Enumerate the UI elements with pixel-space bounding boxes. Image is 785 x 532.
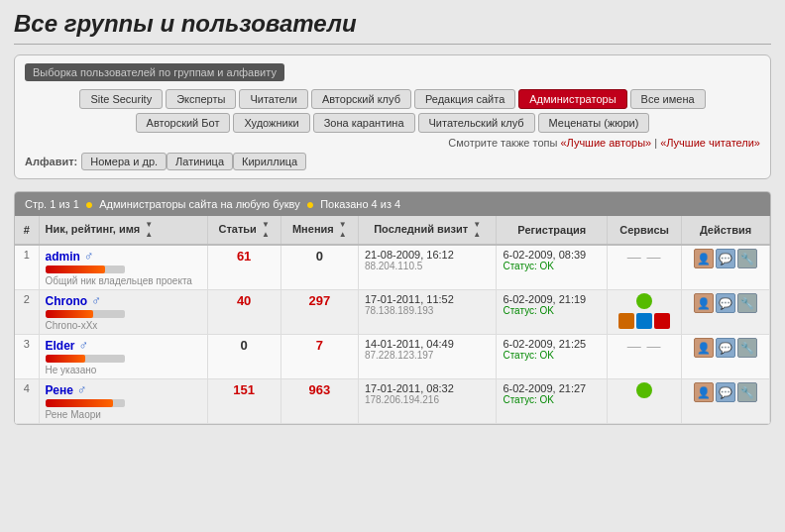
filter-tabs-row1: Site SecurityЭкспертыЧитателиАвторский к…: [25, 89, 760, 109]
action-tool-icon-1[interactable]: 🔧: [737, 293, 757, 313]
registration-1: 6-02-2009, 21:19Статус: OK: [497, 290, 608, 335]
tab-администраторы[interactable]: Администраторы: [518, 89, 626, 109]
col-articles: Статьи ▼ ▲: [207, 216, 280, 245]
tab-все-имена[interactable]: Все имена: [630, 89, 706, 109]
filter-header-sub: по группам и алфавиту: [156, 66, 277, 78]
action-tool-icon-0[interactable]: 🔧: [737, 249, 757, 268]
sort-nick-up[interactable]: ▲: [145, 230, 153, 240]
rating-bar-wrap-0: [46, 266, 125, 273]
nick-link-Elder[interactable]: Elder: [46, 339, 75, 353]
nick-cell-1: Chrono♂Chrono-xXx: [39, 290, 207, 335]
action-cluster-1: 👤 💬 🔧: [694, 293, 757, 313]
row-num-1: 1: [15, 245, 39, 290]
tab-авторский-клуб[interactable]: Авторский клуб: [311, 89, 411, 109]
service-green-icon[interactable]: [636, 293, 652, 309]
col-services: Сервисы: [608, 216, 682, 245]
tab-читатели[interactable]: Читатели: [239, 89, 308, 109]
sort-lastvisit-up[interactable]: ▲: [473, 230, 481, 240]
opinions-2: 7: [280, 335, 358, 379]
action-cluster-3: 👤 💬 🔧: [694, 382, 757, 402]
row-num-3: 3: [15, 335, 39, 379]
also-link-best-readers[interactable]: «Лучшие читатели»: [660, 137, 760, 149]
sort-lastvisit-down[interactable]: ▼: [473, 220, 481, 230]
tab-авторский-бот[interactable]: Авторский Бот: [136, 113, 231, 133]
sort-opinions[interactable]: ▼ ▲: [339, 220, 347, 240]
tab-редакция-сайта[interactable]: Редакция сайта: [414, 89, 515, 109]
row-num-2: 2: [15, 290, 39, 335]
nick-desc-2: Не указано: [46, 365, 201, 375]
table-group-info: Администраторы сайта на любую букву: [99, 198, 299, 210]
sort-articles-up[interactable]: ▲: [262, 230, 270, 240]
sort-articles-down[interactable]: ▼: [262, 220, 270, 230]
tab-художники[interactable]: Художники: [233, 113, 309, 133]
tab-читательский-клуб[interactable]: Читательский клуб: [418, 113, 535, 133]
action-chat-icon-3[interactable]: 💬: [716, 382, 735, 402]
tab-меценаты-(жюри)[interactable]: Меценаты (жюри): [538, 113, 650, 133]
sort-opinions-down[interactable]: ▼: [339, 220, 347, 230]
action-person-icon-1[interactable]: 👤: [694, 293, 714, 313]
rating-bar-wrap-1: [46, 310, 125, 318]
actions-1: 👤 💬 🔧: [682, 290, 770, 335]
also-row: Смотрите также топы «Лучшие авторы» | «Л…: [25, 137, 760, 149]
alpha-btn-латиница[interactable]: Латиница: [167, 153, 233, 170]
actions-0: 👤 💬 🔧: [682, 245, 770, 290]
table-row: 4Рене♂Рене Маори15196317-01-2011, 08:321…: [15, 379, 770, 424]
sort-nick-down[interactable]: ▼: [145, 220, 153, 230]
action-cluster-0: 👤 💬 🔧: [694, 249, 757, 268]
action-person-icon-3[interactable]: 👤: [694, 382, 714, 402]
dot2: ●: [306, 196, 314, 212]
service-icon-2[interactable]: [636, 313, 652, 329]
col-actions: Действия: [682, 216, 770, 245]
action-tool-icon-2[interactable]: 🔧: [737, 338, 757, 358]
gender-icon-2: ♂: [79, 338, 89, 353]
nick-link-Chrono[interactable]: Chrono: [46, 294, 88, 308]
actions-3: 👤 💬 🔧: [682, 379, 770, 424]
tab-site-security[interactable]: Site Security: [79, 89, 163, 109]
action-cluster-2: 👤 💬 🔧: [694, 338, 757, 358]
alphabet-row: Алфавит: Номера и др.ЛатиницаКириллица: [25, 153, 760, 170]
tab-эксперты[interactable]: Эксперты: [166, 89, 236, 109]
service-green-icon[interactable]: [636, 382, 652, 398]
last-visit-2: 14-01-2011, 04:4987.228.123.197: [358, 335, 497, 379]
sort-articles[interactable]: ▼ ▲: [262, 220, 270, 240]
tab-зона-карантина[interactable]: Зона карантина: [313, 113, 415, 133]
col-nick: Ник, рейтинг, имя ▼ ▲: [39, 216, 207, 245]
dot1: ●: [85, 196, 93, 212]
sort-opinions-up[interactable]: ▲: [339, 230, 347, 240]
action-chat-icon-2[interactable]: 💬: [716, 338, 735, 358]
action-chat-icon-0[interactable]: 💬: [716, 249, 735, 268]
services-0: — —: [608, 245, 682, 290]
alpha-btn-кириллица[interactable]: Кириллица: [233, 153, 306, 170]
registration-2: 6-02-2009, 21:25Статус: OK: [497, 335, 608, 379]
rating-bar-0: [46, 266, 105, 273]
opinions-3: 963: [280, 379, 358, 424]
table-page-info: Стр. 1 из 1: [25, 198, 79, 210]
services-3: [608, 379, 682, 424]
table-header: # Ник, рейтинг, имя ▼ ▲ Статьи ▼ ▲: [15, 216, 770, 245]
service-icon-1[interactable]: [618, 313, 634, 329]
row-num-4: 4: [15, 379, 39, 424]
rating-bar-3: [46, 399, 113, 407]
alpha-buttons-container: Номера и др.ЛатиницаКириллица: [81, 153, 306, 170]
nick-link-admin[interactable]: admin: [46, 250, 80, 264]
service-icon-3[interactable]: [654, 313, 670, 329]
action-person-icon-2[interactable]: 👤: [694, 338, 714, 358]
table-row: 3Elder♂Не указано0714-01-2011, 04:4987.2…: [15, 335, 770, 379]
rating-bar-2: [46, 355, 85, 363]
action-chat-icon-1[interactable]: 💬: [716, 293, 735, 313]
last-visit-0: 21-08-2009, 16:1288.204.110.5: [358, 245, 497, 290]
alpha-btn-номера-и-др.[interactable]: Номера и др.: [81, 153, 167, 170]
col-last-visit: Последний визит ▼ ▲: [358, 216, 497, 245]
nick-link-Рене[interactable]: Рене: [46, 383, 73, 397]
alphabet-label: Алфавит:: [25, 156, 77, 167]
gender-icon-0: ♂: [84, 249, 94, 264]
action-tool-icon-3[interactable]: 🔧: [737, 382, 757, 402]
sort-lastvisit[interactable]: ▼ ▲: [473, 220, 481, 240]
registration-0: 6-02-2009, 08:39Статус: OK: [497, 245, 608, 290]
page-title: Все группы и пользователи: [14, 10, 771, 45]
nick-desc-0: Общий ник владельцев проекта: [46, 275, 201, 286]
also-link-best-authors[interactable]: «Лучшие авторы»: [560, 137, 651, 149]
action-person-icon-0[interactable]: 👤: [694, 249, 714, 268]
table-row: 1admin♂Общий ник владельцев проекта61021…: [15, 245, 770, 290]
sort-nick[interactable]: ▼ ▲: [145, 220, 153, 240]
